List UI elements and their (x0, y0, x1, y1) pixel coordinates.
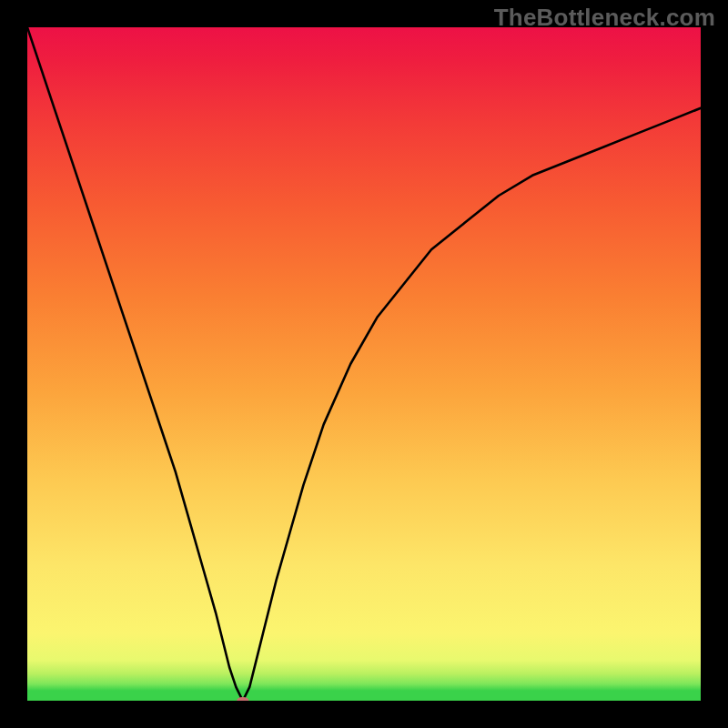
heatmap-background (27, 27, 701, 701)
watermark-text: TheBottleneck.com (494, 4, 715, 32)
bottleneck-chart (27, 27, 701, 701)
chart-container: TheBottleneck.com (0, 0, 728, 728)
